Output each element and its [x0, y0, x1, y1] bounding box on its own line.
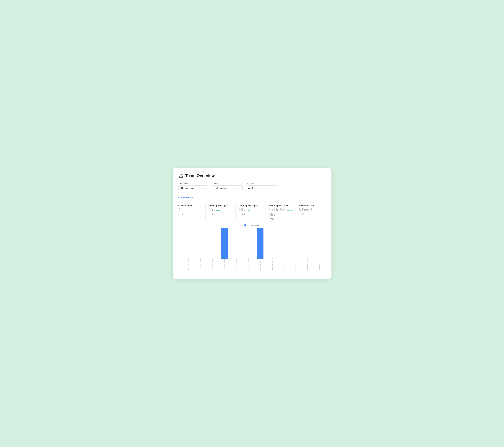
stat-value-row-1: 30+150% [208, 208, 233, 212]
groupby-filter-group: Group By Week [246, 182, 278, 191]
duration-chevron-icon [239, 188, 240, 189]
stat-block-0: Conversations2( Total ) [179, 204, 205, 220]
x-label-1: 12/06/22 - 18/06/22 [200, 260, 201, 270]
stat-label-3: First Response Time [269, 204, 293, 207]
x-label-col-4: 03/07/22 - 09/07/22 [230, 260, 242, 270]
x-label-0: 05/06/22 - 11/06/22 [188, 260, 189, 270]
stat-sub-1: ( Total ) [208, 213, 233, 215]
stat-block-4: Resolution Time5 Day 5 Hr( Avg ) [296, 204, 325, 220]
page-header: Team Overview [179, 173, 326, 178]
bar-col-6 [254, 228, 266, 259]
legend-dot [244, 224, 246, 226]
bar-col-4 [230, 228, 242, 259]
duration-label: Duration [211, 182, 243, 184]
inbox-chevron-icon [204, 188, 205, 189]
stat-block-3: First Response Time16 Hr 53 Min+154%( Av… [266, 204, 296, 220]
x-label-8: 31/07/22 - 06/08/22 [283, 260, 285, 270]
duration-select[interactable]: Last 3 months [211, 185, 243, 191]
y-label-0: 0 [179, 264, 182, 265]
x-label-4: 03/07/22 - 09/07/22 [235, 260, 237, 270]
x-labels: 05/06/22 - 11/06/2212/06/22 - 18/06/2219… [183, 260, 326, 270]
stat-change-3: +154% [287, 210, 293, 212]
x-label-col-6: 17/07/22 - 23/07/22 [254, 260, 266, 270]
bar-col-7 [266, 228, 278, 259]
x-label-col-0: 05/06/22 - 11/06/22 [183, 260, 195, 270]
bar-col-0 [183, 228, 195, 259]
stat-sub-3: ( Avg ) [269, 217, 293, 220]
bar-col-8 [278, 228, 290, 259]
groupby-value: Week [248, 187, 253, 189]
bar-3 [221, 228, 228, 259]
stat-change-1: +150% [214, 210, 220, 212]
x-label-7: 24/07/22 - 30/07/22 [271, 260, 273, 270]
stat-value-1: 30 [208, 208, 213, 212]
groupby-chevron-icon [274, 188, 276, 189]
gridline-top [183, 228, 326, 228]
stat-value-0: 2 [179, 208, 181, 212]
x-label-col-3: 26/06/22 - 02/07/22 [218, 260, 230, 270]
duration-value: Last 3 months [213, 187, 226, 189]
bar-col-3 [218, 228, 230, 259]
chart-area: Conversations 01 05/06/22 - 11/06/2212/0… [179, 224, 326, 273]
x-label-col-2: 19/06/22 - 25/06/22 [207, 260, 218, 270]
inbox-filter-group: Select Inbox engineering [179, 182, 207, 191]
stat-value-row-4: 5 Day 5 Hr [299, 208, 323, 212]
x-label-col-8: 31/07/22 - 06/08/22 [278, 260, 290, 270]
tabs-row: Conversations [179, 195, 326, 200]
stats-row: Conversations2( Total )Incoming Messages… [179, 204, 326, 220]
stat-sub-2: ( Total ) [238, 213, 263, 215]
stat-value-3: 16 Hr 53 Min [269, 208, 286, 217]
stat-label-2: Outgoing Messages [238, 204, 263, 207]
x-label-5: 10/07/22 - 16/07/22 [248, 260, 249, 270]
stat-change-2: +317% [244, 210, 250, 212]
x-label-col-9: 07/08/22 - 13/08/22 [290, 260, 302, 270]
x-label-11: 21/08/22 - [319, 260, 321, 270]
bar-col-1 [195, 228, 207, 259]
x-label-col-5: 10/07/22 - 16/07/22 [242, 260, 254, 270]
stat-block-1: Incoming Messages30+150%( Total ) [205, 204, 235, 220]
stat-label-4: Resolution Time [299, 204, 323, 207]
x-label-col-11: 21/08/22 - [314, 260, 326, 270]
groupby-select[interactable]: Week [246, 185, 278, 191]
chart-legend: Conversations [179, 224, 326, 226]
chart-container: 01 05/06/22 - 11/06/2212/06/22 - 18/06/2… [179, 228, 326, 270]
stat-value-4: 5 Day 5 Hr [299, 208, 318, 212]
bar-col-10 [302, 228, 314, 259]
bar-6 [257, 228, 264, 259]
stat-value-row-2: 25+317% [238, 208, 263, 212]
svg-point-1 [181, 174, 183, 175]
x-label-2: 19/06/22 - 25/06/22 [212, 260, 213, 270]
tab-conversations[interactable]: Conversations [179, 195, 194, 200]
stat-sub-0: ( Total ) [179, 213, 202, 215]
y-axis: 01 [179, 228, 182, 265]
bar-col-11 [314, 228, 325, 259]
stat-value-2: 25 [238, 208, 243, 212]
y-label-1: 1 [179, 228, 182, 230]
inbox-icon [180, 187, 183, 189]
stat-block-2: Outgoing Messages25+317%( Total ) [235, 204, 266, 220]
bars-wrapper [183, 228, 326, 259]
stat-value-row-0: 2 [179, 208, 202, 212]
stat-sub-4: ( Avg ) [299, 213, 323, 215]
groupby-label: Group By [246, 182, 278, 184]
stat-label-0: Conversations [179, 204, 202, 207]
x-label-3: 26/06/22 - 02/07/22 [224, 260, 225, 270]
team-icon [179, 173, 184, 178]
x-label-col-1: 12/06/22 - 18/06/22 [195, 260, 207, 270]
inbox-label: Select Inbox [179, 182, 207, 184]
inbox-value: engineering [180, 187, 195, 189]
bars-and-x: 05/06/22 - 11/06/2212/06/22 - 18/06/2219… [183, 228, 326, 270]
filters-row: Select Inbox engineering Duration Last 3… [179, 182, 326, 191]
inbox-select[interactable]: engineering [179, 185, 207, 191]
svg-point-0 [180, 174, 181, 175]
bar-col-5 [242, 228, 254, 259]
x-label-col-7: 24/07/22 - 30/07/22 [266, 260, 278, 270]
bar-col-9 [290, 228, 302, 259]
main-card: Team Overview Select Inbox engineering D… [173, 168, 331, 279]
page-title: Team Overview [185, 173, 215, 178]
x-label-10: 14/08/22 - 20/08/22 [307, 260, 308, 270]
duration-filter-group: Duration Last 3 months [211, 182, 243, 191]
stat-value-row-3: 16 Hr 53 Min+154% [269, 208, 293, 217]
legend-label: Conversations [248, 224, 260, 226]
bar-col-2 [207, 228, 218, 259]
